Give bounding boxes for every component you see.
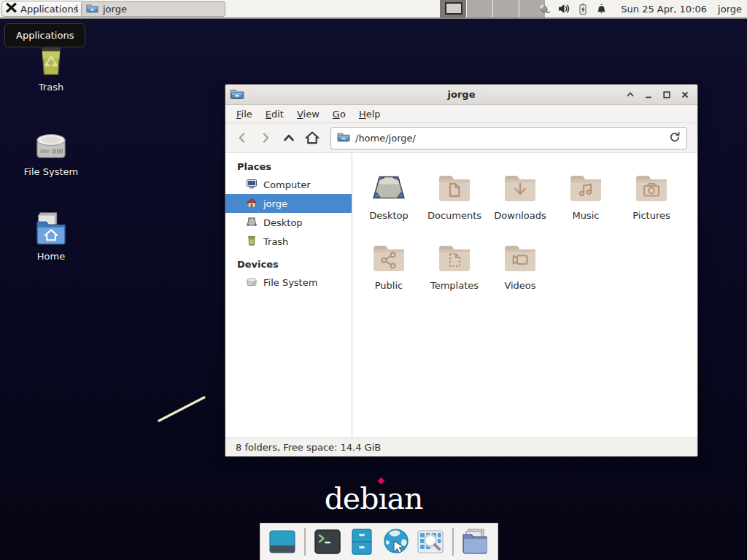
notification-bell-icon[interactable] xyxy=(595,2,608,15)
show-desktop-button[interactable] xyxy=(268,526,297,557)
downloads-folder-icon xyxy=(487,163,553,204)
workspace-switcher[interactable] xyxy=(440,0,545,18)
pictures-folder-icon xyxy=(619,163,684,204)
shade-button[interactable] xyxy=(622,87,638,103)
workspace-1[interactable] xyxy=(440,0,466,18)
sidebar-item-label: File System xyxy=(263,277,317,288)
home-folder-icon xyxy=(16,210,86,246)
forward-button[interactable] xyxy=(256,128,275,148)
taskbar-window-button[interactable]: jorge xyxy=(81,1,225,17)
file-item-videos[interactable]: Videos xyxy=(487,233,553,303)
file-item-downloads[interactable]: Downloads xyxy=(487,163,553,233)
user-menu[interactable]: jorge xyxy=(716,4,744,15)
file-item-label: Music xyxy=(553,210,619,221)
sidebar-item-computer[interactable]: Computer xyxy=(225,175,352,194)
desktop-scribble-line xyxy=(156,394,207,424)
file-item-public[interactable]: Public xyxy=(356,233,422,303)
sidebar-item-label: jorge xyxy=(263,198,287,209)
debian-logo: debıan xyxy=(314,481,433,516)
debian-logo-text: an xyxy=(387,481,423,516)
titlebar[interactable]: jorge xyxy=(225,85,697,105)
desktop-icon-label: Home xyxy=(16,251,86,262)
workspace-2[interactable] xyxy=(466,0,492,18)
folder-icon xyxy=(86,3,98,15)
xfce-logo-icon xyxy=(6,2,17,15)
sidebar-item-label: Trash xyxy=(263,236,288,247)
sidebar-item-desktop[interactable]: Desktop xyxy=(225,213,352,232)
workspace-window-preview xyxy=(445,2,462,15)
file-icon-view[interactable]: Desktop Documents xyxy=(352,153,697,438)
sidebar-item-file-system[interactable]: File System xyxy=(225,273,352,292)
file-item-label: Downloads xyxy=(487,210,553,221)
desktop-special-icon xyxy=(356,163,422,204)
up-button[interactable] xyxy=(279,128,298,148)
file-item-label: Videos xyxy=(487,280,553,291)
applications-menu-button[interactable]: Applications xyxy=(1,1,85,17)
back-button[interactable] xyxy=(233,128,252,148)
minimize-button[interactable] xyxy=(640,87,657,103)
documents-folder-icon xyxy=(422,163,487,204)
workspace-3[interactable] xyxy=(492,0,519,18)
maximize-button[interactable] xyxy=(659,87,675,103)
file-item-label: Public xyxy=(356,280,422,291)
file-system-drive-icon xyxy=(16,125,86,162)
reload-icon[interactable] xyxy=(669,131,681,145)
app-finder-launcher[interactable] xyxy=(416,526,445,557)
file-item-label: Documents xyxy=(422,210,487,221)
public-folder-icon xyxy=(356,233,422,274)
window-folder-icon xyxy=(230,88,244,102)
file-item-music[interactable]: Music xyxy=(553,163,619,233)
home-icon xyxy=(246,197,258,211)
desktop-icon-label: Trash xyxy=(16,82,86,93)
trash-mini-icon xyxy=(246,235,258,249)
desktop-icon-trash[interactable]: Trash xyxy=(16,41,86,93)
drive-mini-icon xyxy=(246,276,258,289)
file-item-templates[interactable]: Templates xyxy=(422,233,487,303)
videos-folder-icon xyxy=(487,233,553,274)
sidebar-item-label: Desktop xyxy=(263,217,303,228)
sidebar-item-label: Computer xyxy=(263,179,311,190)
applications-menu-label: Applications xyxy=(20,4,78,15)
file-item-label: Pictures xyxy=(619,210,684,221)
file-item-pictures[interactable]: Pictures xyxy=(619,163,684,233)
menu-help[interactable]: Help xyxy=(352,106,387,122)
desktop-icon-file-system[interactable]: File System xyxy=(16,125,86,177)
bottom-dock xyxy=(260,523,498,560)
system-tray: Sun 25 Apr, 10:06 jorge xyxy=(537,0,744,18)
path-input[interactable]: /home/jorge/ xyxy=(355,133,664,144)
file-manager-launcher[interactable] xyxy=(347,526,376,557)
mouse-tray-icon[interactable] xyxy=(537,2,551,16)
statusbar: 8 folders, Free space: 14.4 GiB xyxy=(225,438,697,456)
volume-icon[interactable] xyxy=(557,2,570,15)
toolbar: /home/jorge/ xyxy=(225,123,697,152)
close-button[interactable] xyxy=(677,87,693,103)
templates-folder-icon xyxy=(422,233,487,274)
sidebar-header-places: Places xyxy=(225,158,352,175)
desktop-icon-home[interactable]: Home xyxy=(16,210,86,262)
web-browser-launcher[interactable] xyxy=(382,526,411,557)
home-button[interactable] xyxy=(303,128,322,148)
debian-logo-text: deb xyxy=(325,481,379,516)
sidebar: Places Computer xyxy=(225,153,352,438)
menubar: File Edit View Go Help xyxy=(225,105,697,123)
desktop-icon-label: File System xyxy=(16,166,86,177)
menu-edit[interactable]: Edit xyxy=(259,106,290,122)
path-folder-icon xyxy=(337,131,350,144)
menu-view[interactable]: View xyxy=(290,106,326,122)
directory-menu-button[interactable] xyxy=(461,526,490,557)
top-panel: Applications jorge xyxy=(0,0,747,19)
debian-logo-i: ı xyxy=(378,481,387,516)
sidebar-item-jorge[interactable]: jorge xyxy=(225,194,352,213)
menu-file[interactable]: File xyxy=(230,106,259,122)
file-item-desktop[interactable]: Desktop xyxy=(356,163,422,233)
battery-icon[interactable] xyxy=(577,2,589,16)
menu-go[interactable]: Go xyxy=(326,106,352,122)
terminal-launcher[interactable] xyxy=(313,526,342,557)
applications-tooltip: Applications xyxy=(4,23,85,47)
music-folder-icon xyxy=(553,163,619,204)
sidebar-item-trash[interactable]: Trash xyxy=(225,232,352,251)
file-item-documents[interactable]: Documents xyxy=(422,163,487,233)
clock[interactable]: Sun 25 Apr, 10:06 xyxy=(619,4,709,15)
location-bar[interactable]: /home/jorge/ xyxy=(330,127,687,149)
taskbar-window-label: jorge xyxy=(103,4,127,15)
